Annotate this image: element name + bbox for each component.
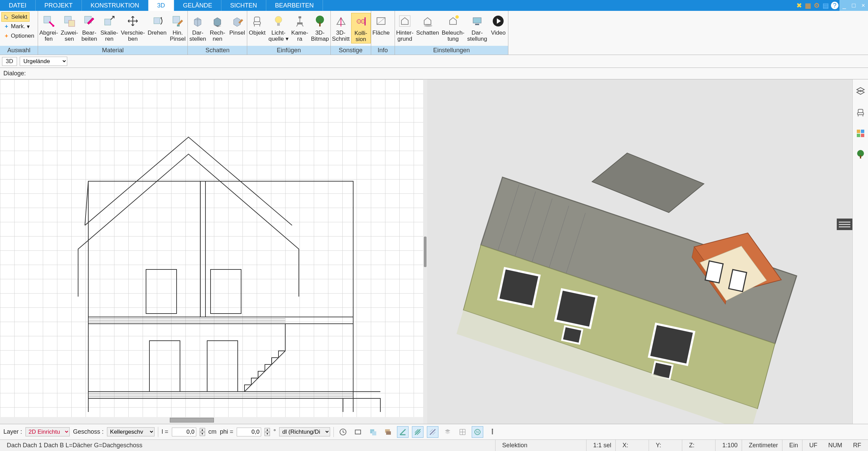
bearbeiten-button[interactable]: Bear- beiten xyxy=(79,13,99,43)
menu-tab-sichten[interactable]: SICHTEN xyxy=(221,0,266,11)
rotate-icon xyxy=(150,14,165,29)
hinpinsel-button[interactable]: Hin. Pinsel xyxy=(168,13,187,43)
group-label-auswahl: Auswahl xyxy=(0,46,38,55)
options-button[interactable]: + Optionen xyxy=(1,31,36,41)
darstellung-button[interactable]: Dar- stellung xyxy=(466,13,489,43)
plants-panel-icon[interactable] xyxy=(855,149,866,160)
status-on: Ein xyxy=(785,440,802,451)
titlebar-layers-icon[interactable]: ▦ xyxy=(803,0,812,11)
grid-icon[interactable] xyxy=(457,426,468,438)
stack-icon[interactable] xyxy=(382,426,394,438)
svg-rect-77 xyxy=(857,130,860,133)
menu-tab-konstruktion[interactable]: KONSTRUKTION xyxy=(82,0,148,11)
3d-viewport[interactable] xyxy=(427,79,852,424)
3d-house-render xyxy=(427,79,852,424)
kamera-button[interactable]: Kame- ra xyxy=(290,13,310,43)
clock-icon[interactable] xyxy=(337,426,349,438)
select-button[interactable]: Selekt xyxy=(1,12,30,22)
left-hscrollbar[interactable] xyxy=(0,417,423,424)
menu-tab-gelaende[interactable]: GELÄNDE xyxy=(174,0,221,11)
titlebar-help-icon[interactable]: ? xyxy=(831,2,838,9)
svg-line-17 xyxy=(296,24,298,26)
schnitt3d-button[interactable]: 3D- Schnitt xyxy=(331,13,351,43)
striped-icon[interactable] xyxy=(412,426,423,438)
svg-rect-46 xyxy=(343,398,380,412)
abgreifen-button[interactable]: Abgrei- fen xyxy=(38,13,59,43)
svg-rect-44 xyxy=(207,341,238,392)
terrain-dropdown[interactable]: Urgelände xyxy=(20,57,67,66)
window-close-button[interactable]: × xyxy=(858,0,868,11)
2d-section-viewport[interactable] xyxy=(0,79,423,424)
layers2-icon[interactable] xyxy=(442,426,453,438)
phi-spinner[interactable]: ▲▼ xyxy=(265,428,270,436)
rechnen-button[interactable]: Rech- nen xyxy=(207,13,227,43)
svg-rect-88 xyxy=(386,431,391,435)
rect-icon[interactable] xyxy=(352,426,364,438)
l-spinner[interactable]: ▲▼ xyxy=(200,428,205,436)
phi-input[interactable] xyxy=(237,428,261,436)
svg-rect-15 xyxy=(297,22,303,24)
menu-tab-bearbeiten[interactable]: BEARBEITEN xyxy=(266,0,323,11)
right-panel-handle[interactable] xyxy=(837,219,852,230)
zuweisen-button[interactable]: Zuwei- sen xyxy=(59,13,79,43)
menu-tab-datei[interactable]: DATEI xyxy=(0,0,36,11)
schatten2-button[interactable]: Schatten xyxy=(415,13,440,37)
floor-label: Geschoss : xyxy=(73,428,104,435)
angle-icon[interactable] xyxy=(397,426,409,438)
pane-splitter[interactable] xyxy=(423,79,427,424)
striped2-icon[interactable] xyxy=(427,426,438,438)
verschieben-button[interactable]: Verschie- ben xyxy=(120,13,146,43)
collision-icon xyxy=(354,14,368,29)
edit-mat-icon xyxy=(82,14,97,29)
layer-select[interactable]: 2D Einrichtu xyxy=(25,427,70,436)
ribbon-group-sonstige: 3D- Schnitt Kolli- sion Sonstige xyxy=(331,11,371,55)
target-icon[interactable]: N xyxy=(472,426,483,438)
house-bg-icon xyxy=(397,14,412,29)
bottom-toolbar: Layer : 2D Einrichtu Geschoss : Kellerge… xyxy=(0,424,868,439)
objekt-button[interactable]: Objekt xyxy=(247,13,267,37)
furniture-panel-icon[interactable] xyxy=(855,107,866,118)
video-button[interactable]: Video xyxy=(488,13,508,37)
lichtquelle-button[interactable]: Licht- quelle ▾ xyxy=(267,13,290,43)
group-label-einstellungen: Einstellungen xyxy=(395,46,508,55)
section-icon xyxy=(333,14,348,29)
mark-button[interactable]: + Mark. ▾ xyxy=(1,22,32,31)
svg-rect-5 xyxy=(105,19,111,25)
menu-spacer xyxy=(323,0,795,11)
beleuchtung-button[interactable]: Beleuch- tung xyxy=(440,13,466,43)
svg-rect-6 xyxy=(154,18,160,24)
info-icon[interactable] xyxy=(487,426,498,438)
group-label-sonstige: Sonstige xyxy=(331,46,371,55)
svg-rect-67 xyxy=(498,268,540,307)
drehen-button[interactable]: Drehen xyxy=(146,13,168,37)
titlebar-gear-icon[interactable]: ⚙ xyxy=(812,0,821,11)
ribbon: Selekt + Mark. ▾ + Optionen Auswahl Abgr… xyxy=(0,11,868,55)
house-shadow-icon xyxy=(420,14,435,29)
pinsel-button[interactable]: Pinsel xyxy=(227,13,247,37)
window-minimize-button[interactable]: _ xyxy=(839,0,849,11)
assign-icon xyxy=(62,14,77,29)
bitmap3d-button[interactable]: 3D- Bitmap xyxy=(310,13,330,43)
titlebar-wrench-icon[interactable]: ✖ xyxy=(795,0,803,11)
window-maximize-button[interactable]: □ xyxy=(849,0,858,11)
svg-rect-21 xyxy=(319,22,321,26)
menu-tab-projekt[interactable]: PROJEKT xyxy=(36,0,82,11)
overlap-icon[interactable] xyxy=(367,426,379,438)
floor-select[interactable]: Kellergeschv xyxy=(107,427,155,436)
flaeche-button[interactable]: Fläche xyxy=(371,13,391,37)
status-unit: Zentimeter xyxy=(745,440,782,451)
ribbon-group-einstellungen: Hinter- grund Schatten Beleuch- tung Dar… xyxy=(395,11,509,55)
palette-panel-icon[interactable] xyxy=(855,128,866,139)
hintergrund-button[interactable]: Hinter- grund xyxy=(395,13,415,43)
cm-label: cm xyxy=(209,428,217,435)
brush-icon xyxy=(230,14,245,29)
direction-select[interactable]: dl (Richtung/Di xyxy=(279,427,330,436)
layers-panel-icon[interactable] xyxy=(855,86,866,97)
darstellen-button[interactable]: Dar- stellen xyxy=(188,13,207,43)
l-input[interactable] xyxy=(172,428,196,436)
menu-tab-3d[interactable]: 3D xyxy=(148,0,174,11)
kollision-button[interactable]: Kolli- sion xyxy=(351,13,371,43)
titlebar-stack-icon[interactable]: ▤ xyxy=(821,0,830,11)
svg-rect-86 xyxy=(372,431,376,435)
skalieren-button[interactable]: Skalie- ren xyxy=(99,13,120,43)
